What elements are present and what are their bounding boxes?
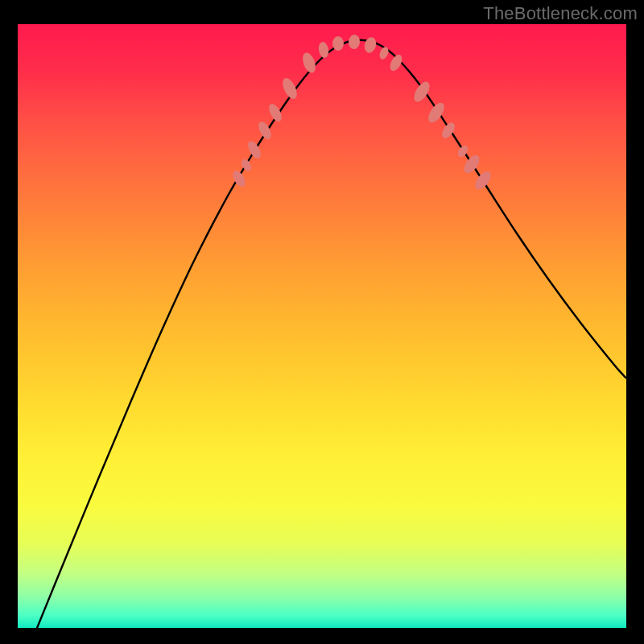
highlight-point [461, 152, 483, 175]
highlight-point [363, 36, 378, 55]
highlight-points [230, 34, 493, 192]
watermark-text: TheBottleneck.com [483, 3, 638, 24]
highlight-point [317, 41, 329, 59]
chart-frame: TheBottleneck.com [0, 0, 644, 644]
highlight-point [348, 34, 361, 49]
highlight-point [378, 46, 390, 61]
highlight-point [300, 51, 318, 74]
plot-area [18, 24, 626, 628]
curve-line [35, 40, 626, 632]
highlight-point [256, 120, 274, 142]
highlight-point [332, 36, 344, 51]
bottleneck-curve [35, 40, 626, 632]
highlight-point [411, 79, 433, 104]
highlight-point [266, 102, 284, 124]
highlight-point [472, 168, 493, 192]
curve-svg [18, 24, 626, 628]
